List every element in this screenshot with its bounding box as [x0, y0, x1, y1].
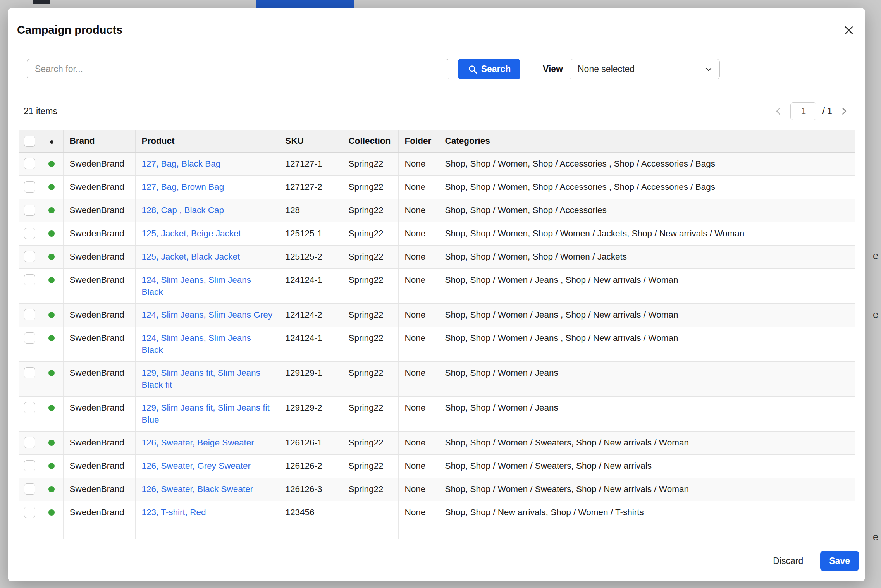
brand-cell: SwedenBrand: [63, 361, 135, 396]
status-dot-icon: [48, 254, 55, 260]
product-link[interactable]: 123, T-shirt, Red: [142, 507, 206, 517]
product-link[interactable]: 125, Jacket, Black Jacket: [142, 252, 240, 261]
table-row: SwedenBrand 126, Sweater, Black Sweater …: [19, 478, 855, 501]
product-link[interactable]: 128, Cap , Black Cap: [142, 205, 224, 215]
categories-cell: Shop, Shop / Women / Sweaters, Shop / Ne…: [439, 454, 855, 478]
brand-cell: SwedenBrand: [63, 175, 135, 199]
folder-cell: None: [398, 268, 439, 303]
select-all-checkbox[interactable]: [24, 136, 35, 147]
status-dot-icon: [48, 312, 55, 318]
row-checkbox[interactable]: [24, 402, 35, 413]
status-dot-icon: [48, 440, 55, 446]
next-page-button[interactable]: [838, 105, 850, 117]
partial-row: [19, 524, 855, 539]
product-link[interactable]: 126, Sweater, Grey Sweater: [142, 461, 251, 471]
row-checkbox[interactable]: [24, 251, 35, 262]
row-checkbox[interactable]: [24, 309, 35, 320]
row-checkbox[interactable]: [24, 483, 35, 495]
search-button[interactable]: Search: [458, 59, 520, 79]
status-dot-icon: [48, 405, 55, 411]
folder-cell: None: [398, 152, 439, 175]
row-checkbox[interactable]: [24, 205, 35, 216]
categories-cell: Shop, Shop / Women, Shop / Women / Jacke…: [439, 222, 855, 245]
table-row: SwedenBrand 129, Slim Jeans fit, Slim Je…: [19, 396, 855, 431]
folder-cell: None: [398, 327, 439, 361]
sku-cell: 124124-1: [279, 268, 342, 303]
modal-footer: Discard Save: [771, 551, 859, 571]
categories-cell: Shop, Shop / Women, Shop / Accessories: [439, 199, 855, 222]
sku-cell: 128: [279, 199, 342, 222]
column-header-folder: Folder: [398, 130, 439, 152]
product-link[interactable]: 124, Slim Jeans, Slim Jeans Black: [142, 275, 251, 297]
categories-cell: Shop, Shop / Women, Shop / Women / Jacke…: [439, 245, 855, 268]
table-row: SwedenBrand 124, Slim Jeans, Slim Jeans …: [19, 268, 855, 303]
save-button[interactable]: Save: [820, 551, 859, 571]
chevron-down-icon: [704, 65, 713, 74]
folder-cell: None: [398, 478, 439, 501]
products-table: Brand Product SKU Collection Folder Cate…: [19, 130, 855, 539]
categories-cell: Shop, Shop / Women / Sweaters, Shop / Ne…: [439, 431, 855, 454]
product-link[interactable]: 127, Bag, Brown Bag: [142, 182, 224, 192]
categories-cell: Shop, Shop / Women / Jeans , Shop / New …: [439, 327, 855, 361]
search-button-label: Search: [481, 64, 511, 74]
status-dot-icon: [48, 335, 55, 341]
campaign-products-modal: Campaign products Search View None selec…: [8, 8, 865, 581]
prev-page-button[interactable]: [773, 105, 785, 117]
view-select-value: None selected: [578, 64, 635, 74]
brand-cell: SwedenBrand: [63, 222, 135, 245]
folder-cell: None: [398, 431, 439, 454]
folder-cell: None: [398, 361, 439, 396]
toolbar: 21 items / 1: [24, 102, 850, 120]
folder-cell: None: [398, 454, 439, 478]
collection-cell: Spring22: [342, 478, 398, 501]
sku-cell: 126126-1: [279, 431, 342, 454]
table-header-row: Brand Product SKU Collection Folder Cate…: [19, 130, 855, 152]
categories-cell: Shop, Shop / Women, Shop / Accessories ,…: [439, 152, 855, 175]
collection-cell: Spring22: [342, 175, 398, 199]
categories-cell: Shop, Shop / Women / Jeans: [439, 396, 855, 431]
discard-button[interactable]: Discard: [771, 555, 805, 567]
view-select[interactable]: None selected: [570, 59, 720, 79]
collection-cell: Spring22: [342, 327, 398, 361]
table-row: SwedenBrand 127, Bag, Black Bag 127127-1…: [19, 152, 855, 175]
sku-cell: 124124-2: [279, 303, 342, 327]
product-link[interactable]: 125, Jacket, Beige Jacket: [142, 229, 241, 238]
row-checkbox[interactable]: [24, 158, 35, 169]
product-link[interactable]: 124, Slim Jeans, Slim Jeans Black: [142, 333, 251, 355]
collection-cell: Spring22: [342, 199, 398, 222]
row-checkbox[interactable]: [24, 460, 35, 471]
sku-cell: 123456: [279, 501, 342, 524]
row-checkbox[interactable]: [24, 367, 35, 378]
collection-cell: Spring22: [342, 245, 398, 268]
row-checkbox[interactable]: [24, 181, 35, 193]
close-button[interactable]: [841, 22, 857, 38]
table-row: SwedenBrand 129, Slim Jeans fit, Slim Je…: [19, 361, 855, 396]
folder-cell: None: [398, 396, 439, 431]
table-row: SwedenBrand 124, Slim Jeans, Slim Jeans …: [19, 327, 855, 361]
product-link[interactable]: 127, Bag, Black Bag: [142, 159, 221, 168]
product-link[interactable]: 126, Sweater, Black Sweater: [142, 484, 253, 494]
brand-cell: SwedenBrand: [63, 303, 135, 327]
brand-cell: SwedenBrand: [63, 396, 135, 431]
categories-cell: Shop, Shop / New arrivals, Shop / Women …: [439, 501, 855, 524]
collection-cell: [342, 501, 398, 524]
search-input[interactable]: [27, 59, 449, 79]
status-dot-icon: [48, 509, 55, 516]
row-checkbox[interactable]: [24, 507, 35, 518]
product-link[interactable]: 124, Slim Jeans, Slim Jeans Grey: [142, 310, 273, 320]
product-link[interactable]: 129, Slim Jeans fit, Slim Jeans fit Blue: [142, 403, 270, 425]
row-checkbox[interactable]: [24, 437, 35, 448]
row-checkbox[interactable]: [24, 274, 35, 285]
collection-cell: Spring22: [342, 152, 398, 175]
categories-cell: Shop, Shop / Women / Sweaters, Shop / Ne…: [439, 478, 855, 501]
collection-cell: Spring22: [342, 303, 398, 327]
page-number-input[interactable]: [790, 102, 816, 120]
product-link[interactable]: 126, Sweater, Beige Sweater: [142, 438, 254, 447]
brand-cell: SwedenBrand: [63, 454, 135, 478]
table-row: SwedenBrand 125, Jacket, Beige Jacket 12…: [19, 222, 855, 245]
row-checkbox[interactable]: [24, 228, 35, 239]
table-row: SwedenBrand 128, Cap , Black Cap 128 Spr…: [19, 199, 855, 222]
product-link[interactable]: 129, Slim Jeans fit, Slim Jeans Black fi…: [142, 368, 260, 390]
column-header-categories: Categories: [439, 130, 855, 152]
row-checkbox[interactable]: [24, 332, 35, 344]
